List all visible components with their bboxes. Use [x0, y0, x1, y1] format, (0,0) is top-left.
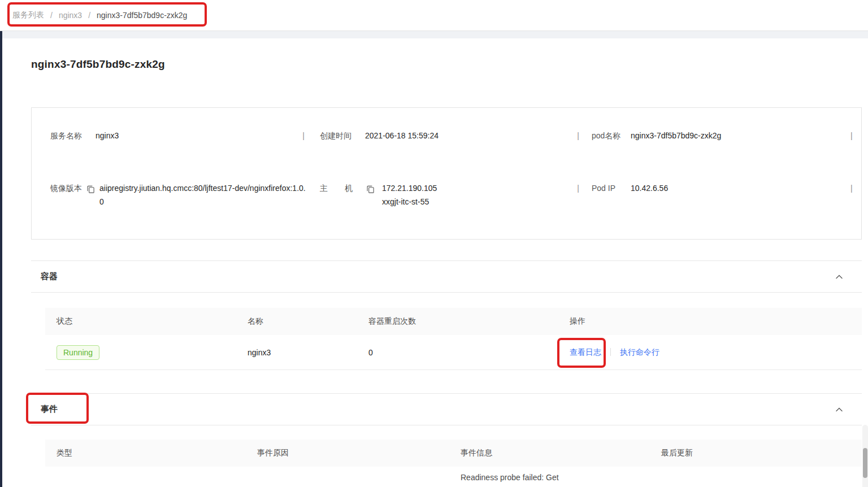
breadcrumb-separator: / [88, 11, 90, 20]
field-host: 主机 172.21.190.105 xxgjt-itc-st-55 | [306, 181, 580, 208]
action-divider [610, 348, 611, 356]
field-divider: | [577, 181, 579, 195]
col-header-last-update: 最后更新 [650, 448, 862, 458]
content-top-gap [2, 31, 868, 38]
events-table: 类型 事件原因 事件信息 最后更新 Readiness probe failed… [45, 440, 862, 487]
field-service-name: 服务名称 nginx3 | [32, 129, 306, 142]
breadcrumb-item-service-list[interactable]: 服务列表 [12, 10, 44, 20]
container-actions-cell: 查看日志 执行命令行 [558, 347, 862, 358]
col-header-name: 名称 [236, 316, 357, 327]
pod-info-card: 服务名称 nginx3 | 创建时间 2021-06-18 15:59:24 |… [31, 107, 862, 240]
breadcrumb: 服务列表 / nginx3 / nginx3-7df5b7bd9c-zxk2g [12, 0, 187, 31]
pod-detail-screen: 服务列表 / nginx3 / nginx3-7df5b7bd9c-zxk2g … [0, 0, 868, 487]
service-name-label: 服务名称 [50, 129, 83, 142]
container-restart-count-cell: 0 [357, 348, 558, 357]
copy-icon[interactable] [86, 184, 95, 192]
host-ip: 172.21.190.105 [382, 181, 437, 195]
events-section-header: 事件 [31, 393, 862, 425]
info-row-2: 镜像版本 aiipregistry.jiutian.hq.cmcc:80/ljf… [32, 181, 861, 208]
create-time-value: 2021-06-18 15:59:24 [365, 129, 439, 142]
service-name-value: nginx3 [96, 129, 119, 142]
image-version-label: 镜像版本 [50, 181, 83, 195]
containers-table-header: 状态 名称 容器重启次数 操作 [45, 308, 862, 335]
pod-ip-value: 10.42.6.56 [631, 181, 668, 195]
event-last-update-cell [650, 467, 862, 473]
event-message-cell: Readiness probe failed: Get [449, 467, 650, 482]
events-table-header: 类型 事件原因 事件信息 最后更新 [45, 440, 862, 467]
event-type-cell [45, 467, 246, 473]
field-divider: | [844, 181, 853, 195]
host-label: 主机 [320, 181, 353, 195]
container-row: Running nginx3 0 查看日志 执行命令行 [45, 335, 862, 370]
event-row: Readiness probe failed: Get [45, 467, 862, 487]
topbar: 服务列表 / nginx3 / nginx3-7df5b7bd9c-zxk2g [0, 0, 868, 31]
breadcrumb-separator: / [50, 11, 53, 20]
container-name-cell: nginx3 [236, 348, 357, 357]
image-version-value: aiipregistry.jiutian.hq.cmcc:80/ljftest1… [99, 181, 306, 208]
containers-section-header: 容器 [31, 260, 862, 293]
col-header-restart-count: 容器重启次数 [357, 316, 558, 327]
field-divider: | [577, 129, 579, 142]
col-header-actions: 操作 [558, 316, 862, 327]
field-create-time: 创建时间 2021-06-18 15:59:24 | [306, 129, 580, 142]
scrollbar-thumb[interactable] [863, 448, 867, 478]
create-time-label: 创建时间 [320, 129, 353, 142]
pod-name-label: pod名称 [592, 129, 622, 142]
field-image-version: 镜像版本 aiipregistry.jiutian.hq.cmcc:80/ljf… [32, 181, 306, 208]
pod-ip-label: Pod IP [592, 181, 622, 195]
field-pod-name: pod名称 nginx3-7df5b7bd9c-zxk2g [580, 129, 844, 142]
breadcrumb-item-pod-name: nginx3-7df5b7bd9c-zxk2g [97, 11, 187, 20]
chevron-up-icon[interactable] [835, 272, 844, 281]
info-row-1: 服务名称 nginx3 | 创建时间 2021-06-18 15:59:24 |… [32, 129, 861, 142]
page-title: nginx3-7df5b7bd9c-zxk2g [31, 58, 165, 71]
col-header-type: 类型 [45, 448, 246, 458]
container-status-cell: Running [45, 345, 236, 360]
field-divider: | [302, 129, 305, 142]
chevron-up-icon[interactable] [835, 405, 844, 414]
field-divider: | [844, 129, 853, 142]
host-hostname: xxgjt-itc-st-55 [382, 195, 437, 208]
events-section-title: 事件 [41, 404, 58, 415]
copy-icon[interactable] [366, 184, 375, 192]
collapsed-sidebar-strip [0, 31, 2, 487]
view-logs-link[interactable]: 查看日志 [570, 347, 601, 356]
containers-table: 状态 名称 容器重启次数 操作 Running nginx3 0 查看日志 执行… [45, 308, 862, 370]
host-value: 172.21.190.105 xxgjt-itc-st-55 [382, 181, 437, 208]
col-header-message: 事件信息 [449, 448, 650, 458]
exec-command-link[interactable]: 执行命令行 [620, 347, 659, 356]
pod-name-value: nginx3-7df5b7bd9c-zxk2g [631, 129, 721, 142]
field-pod-ip: Pod IP 10.42.6.56 [580, 181, 844, 195]
breadcrumb-item-nginx3[interactable]: nginx3 [59, 11, 82, 20]
event-reason-cell [246, 467, 449, 473]
col-header-status: 状态 [45, 316, 236, 327]
col-header-reason: 事件原因 [246, 448, 449, 458]
containers-section-title: 容器 [41, 271, 58, 282]
status-badge: Running [57, 345, 99, 360]
